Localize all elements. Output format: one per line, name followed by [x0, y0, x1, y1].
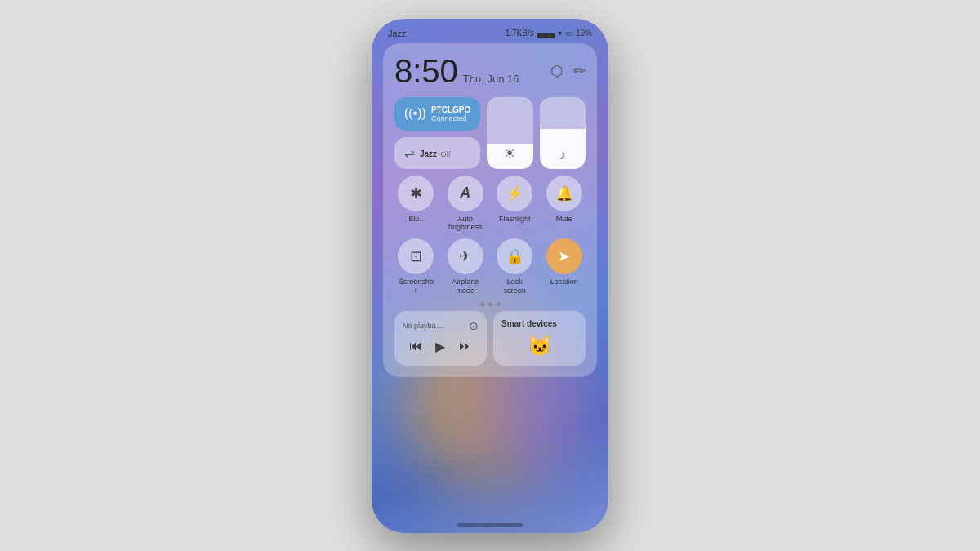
wifi-name: PTCLGPO: [431, 105, 470, 114]
bluetooth-icon: ✱: [410, 184, 422, 202]
no-playback-label: No playba....: [403, 322, 444, 330]
flashlight-icon: ⚡: [506, 184, 523, 202]
toggle-label-airplane: Airplanemode: [452, 278, 479, 295]
music-icon: ♪: [559, 148, 566, 162]
shield-icon[interactable]: ⬡: [550, 62, 564, 80]
toggle-label-bluetooth: Blu..: [408, 215, 423, 224]
volume-slider[interactable]: ♪: [540, 97, 586, 169]
screenshot-icon: ⊡: [410, 247, 422, 265]
bt-tile[interactable]: ⇌ Jazz Off: [394, 137, 480, 169]
smart-devices-panel: Smart devices 🐱: [493, 311, 586, 366]
media-controls: ⏮ ▶ ⏭: [403, 339, 479, 354]
auto-brightness-icon: A: [460, 184, 470, 202]
time-big: 8:50: [394, 55, 458, 87]
airplane-icon: ✈: [459, 247, 471, 265]
lock-icon: 🔒: [506, 247, 523, 265]
toggle-flashlight[interactable]: ⚡ Flashlight: [493, 176, 537, 233]
toggle-circle-mute: 🔔: [546, 176, 582, 211]
control-panel: 8:50 Thu, Jun 16 ⬡ ✏ ((•)) PTCLGPO Conne…: [383, 43, 597, 377]
toggle-label-flashlight: Flashlight: [499, 215, 531, 224]
status-bar: Jazz 1.7KB/s ▄▄▄ ▾ ▭ 19%: [372, 19, 608, 43]
cast-icon[interactable]: ⊙: [469, 319, 479, 332]
toggle-screenshot[interactable]: ⊡ Screenshot: [394, 238, 438, 295]
bt-name: Jazz: [420, 149, 437, 158]
smart-devices-title: Smart devices: [501, 319, 577, 328]
home-indicator[interactable]: [457, 523, 523, 527]
carrier-label: Jazz: [388, 29, 407, 38]
bottom-section: No playba.... ⊙ ⏮ ▶ ⏭ Smart devices 🐱: [394, 311, 586, 366]
time-section: 8:50 Thu, Jun 16 ⬡ ✏: [394, 55, 586, 87]
play-button[interactable]: ▶: [435, 339, 445, 354]
wifi-status-icon: ▾: [558, 29, 562, 38]
toggle-circle-location: ➤: [546, 238, 582, 274]
toggle-circle-airplane: ✈: [448, 238, 483, 274]
dot-2: [488, 302, 492, 306]
toggle-label-location: Location: [550, 278, 578, 287]
quick-toggles-row2: ⊡ Screenshot ✈ Airplanemode 🔒 Lockscreen: [394, 238, 586, 295]
quick-toggles-row1: ✱ Blu.. A Autobrightness ⚡ Flashlight: [394, 176, 586, 233]
toggle-airplane[interactable]: ✈ Airplanemode: [444, 238, 488, 295]
toggle-circle-lock-screen: 🔒: [497, 238, 532, 274]
toggle-circle-bluetooth: ✱: [398, 176, 434, 211]
toggle-lock-screen[interactable]: 🔒 Lockscreen: [493, 238, 537, 295]
next-button[interactable]: ⏭: [459, 339, 472, 353]
smart-devices-icon-area[interactable]: 🐱: [501, 335, 577, 358]
mute-icon: 🔔: [555, 184, 573, 202]
time-display: 8:50 Thu, Jun 16: [394, 55, 519, 87]
wifi-text: PTCLGPO Connected: [431, 105, 470, 122]
toggle-bluetooth[interactable]: ✱ Blu..: [394, 176, 438, 233]
dot-3: [497, 302, 501, 306]
toggle-label-auto-brightness: Autobrightness: [448, 215, 483, 233]
toggle-location[interactable]: ➤ Location: [543, 238, 586, 295]
brightness-slider[interactable]: ☀: [487, 97, 532, 169]
bt-icon: ⇌: [404, 145, 415, 161]
battery-icon: ▭: [565, 29, 572, 38]
toggle-label-mute: Mute: [556, 215, 572, 224]
toggle-auto-brightness[interactable]: A Autobrightness: [444, 176, 488, 233]
toggle-circle-screenshot: ⊡: [398, 238, 434, 274]
toggle-mute[interactable]: 🔔 Mute: [543, 176, 586, 233]
toggle-circle-flashlight: ⚡: [497, 176, 532, 211]
prev-button[interactable]: ⏮: [409, 339, 422, 353]
brightness-icon: ☀: [503, 144, 516, 162]
page-dots: [394, 302, 586, 306]
status-right: 1.7KB/s ▄▄▄ ▾ ▭ 19%: [506, 29, 592, 38]
media-player: No playba.... ⊙ ⏮ ▶ ⏭: [394, 311, 487, 366]
toggle-label-screenshot: Screenshot: [399, 278, 434, 295]
date-text: Thu, Jun 16: [463, 73, 519, 85]
wifi-status: Connected: [431, 114, 470, 122]
wifi-tile[interactable]: ((•)) PTCLGPO Connected: [394, 97, 480, 131]
edit-icon[interactable]: ✏: [573, 62, 586, 80]
toggle-circle-auto-brightness: A: [448, 176, 483, 211]
location-icon: ➤: [558, 247, 570, 265]
wifi-icon: ((•)): [404, 106, 426, 121]
network-speed: 1.7KB/s: [506, 29, 534, 38]
bt-text: Jazz Off: [420, 145, 450, 160]
top-toggles: ((•)) PTCLGPO Connected ☀ ♪ ⇌ Jazz: [394, 97, 586, 169]
phone-frame: Jazz 1.7KB/s ▄▄▄ ▾ ▭ 19% 8:50 Thu, Jun 1…: [372, 19, 608, 533]
dot-1: [480, 302, 484, 306]
toggle-label-lock-screen: Lockscreen: [504, 278, 526, 295]
signal-icon: ▄▄▄: [537, 29, 555, 38]
media-top: No playba.... ⊙: [403, 319, 479, 332]
battery-percent: 19%: [576, 29, 592, 38]
mijia-icon: 🐱: [528, 335, 552, 358]
time-action-icons: ⬡ ✏: [550, 62, 586, 80]
bt-status: Off: [441, 150, 451, 158]
